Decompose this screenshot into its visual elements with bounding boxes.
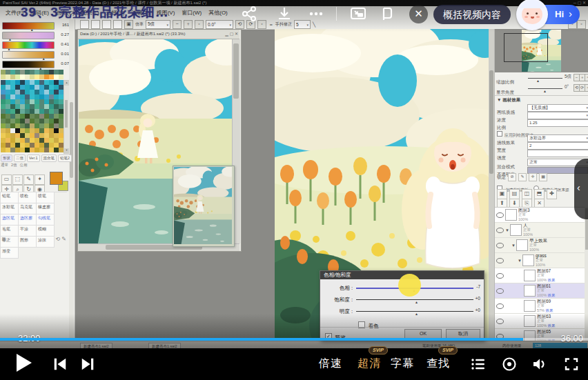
palette-cell[interactable]	[15, 90, 20, 94]
palette-cell[interactable]	[39, 138, 44, 143]
ok-button[interactable]: OK	[404, 329, 442, 339]
palette-cell[interactable]	[10, 148, 15, 152]
nav-zoom-reset-button[interactable]: ▫	[585, 74, 588, 81]
palette-cell[interactable]	[15, 85, 20, 90]
layer-list-scrollbar[interactable]	[585, 207, 588, 343]
sai-titlebar[interactable]: PaintTool SAI Ver.2 (64bit) Preview.2022…	[0, 0, 588, 6]
color-slider-row[interactable]: ▲0.41	[2, 41, 69, 50]
palette-cell[interactable]	[39, 94, 44, 99]
visibility-eye-icon[interactable]	[496, 273, 504, 279]
palette-cell[interactable]	[44, 143, 49, 148]
palette-cell[interactable]	[6, 133, 10, 138]
effect-dropdown[interactable]: 正常▾	[527, 159, 588, 166]
color-swatch[interactable]	[1, 74, 6, 79]
palette-cell[interactable]	[15, 128, 20, 133]
palette-cell[interactable]	[44, 114, 49, 119]
color-swatch[interactable]	[35, 74, 39, 79]
menu-item[interactable]: 滤镜(T)	[131, 9, 149, 17]
visibility-eye-icon[interactable]	[496, 288, 504, 294]
palette-cell[interactable]	[35, 104, 39, 109]
palette-cell[interactable]	[49, 109, 54, 114]
palette-cell[interactable]	[25, 114, 30, 119]
palette-cell[interactable]	[49, 123, 54, 128]
brush-item[interactable]: 选区笔	[1, 214, 19, 226]
rotate-reset-button[interactable]: ▫	[257, 20, 266, 29]
palette-cell[interactable]	[35, 80, 39, 85]
status-file-tab[interactable]: 新建画布1.sai2	[148, 343, 181, 350]
lock-icon[interactable]: ⊘	[508, 173, 516, 181]
palette-cell[interactable]	[25, 133, 30, 138]
palette-cell[interactable]	[30, 123, 35, 128]
navigator-viewport[interactable]	[504, 33, 548, 62]
palette-cell[interactable]	[10, 114, 15, 119]
brush-edit-icons[interactable]: ⟲ ✎	[55, 236, 66, 242]
lock-icon[interactable]: ✛	[529, 173, 537, 181]
palette-cell[interactable]	[30, 85, 35, 90]
palette-cell[interactable]	[54, 99, 59, 104]
palette-cell[interactable]	[39, 148, 44, 152]
effect-dropdown[interactable]: 【无质感】▾	[527, 104, 588, 112]
brush-tab[interactable]: 形状	[1, 154, 12, 162]
brush-tab[interactable]: 混合笔	[41, 154, 57, 162]
color-slider-bar[interactable]	[2, 61, 55, 68]
palette-cell[interactable]	[20, 143, 25, 148]
folder-arrow-icon[interactable]: ▼	[505, 228, 509, 232]
palette-cell[interactable]	[49, 148, 54, 152]
palette-cell[interactable]	[59, 104, 63, 109]
palette-cell[interactable]	[6, 99, 10, 104]
palette-cell[interactable]	[49, 104, 54, 109]
palette-cell[interactable]	[35, 114, 39, 119]
palette-cell[interactable]	[15, 148, 20, 152]
palette-cell[interactable]	[20, 104, 25, 109]
palette-cell[interactable]	[6, 114, 10, 119]
palette-cell[interactable]	[6, 94, 10, 99]
nav-rotate-reset-button[interactable]: ▫	[585, 84, 588, 92]
toolbar-swatch[interactable]	[91, 20, 100, 29]
color-swatch[interactable]	[25, 70, 30, 74]
doc-window-buttons[interactable]: ▁ ▢ ✕	[225, 30, 238, 39]
palette-cell[interactable]	[1, 128, 6, 133]
palette-cell[interactable]	[25, 128, 30, 133]
layer-row[interactable]: 图层61正常100% 效果	[495, 283, 588, 299]
brush-item[interactable]: 水彩笔	[1, 203, 19, 214]
effect-dropdown[interactable]: 水彩边界▾	[527, 134, 588, 142]
folder-arrow-icon[interactable]: ▼	[518, 259, 522, 263]
color-swatch[interactable]	[6, 70, 10, 74]
palette-cell[interactable]	[1, 94, 6, 99]
color-swatch[interactable]	[6, 74, 10, 79]
palette-cell[interactable]	[39, 114, 44, 119]
palette-cell[interactable]	[35, 133, 39, 138]
palette-cell[interactable]	[44, 99, 49, 104]
palette-cell[interactable]	[30, 128, 35, 133]
palette-cell[interactable]	[44, 104, 49, 109]
lock-icon[interactable]: ▦	[539, 173, 547, 181]
palette-cell[interactable]	[54, 148, 59, 152]
zoom-fit-icon[interactable]: ▣	[124, 20, 133, 29]
color-slider-row[interactable]: ▲161	[2, 22, 69, 30]
color-swatch[interactable]	[59, 74, 63, 79]
palette-cell[interactable]	[15, 114, 20, 119]
layer-thumbnail[interactable]	[516, 239, 528, 251]
color-swatch[interactable]	[10, 74, 15, 79]
palette-cell[interactable]	[30, 90, 35, 94]
layer-thumbnail[interactable]	[505, 209, 517, 221]
palette-cell[interactable]	[6, 143, 10, 148]
palette-cell[interactable]	[1, 85, 6, 90]
palette-cell[interactable]	[10, 85, 15, 90]
palette-cell[interactable]	[25, 85, 30, 90]
layer-thumbnail[interactable]	[524, 285, 536, 297]
palette-cell[interactable]	[15, 123, 20, 128]
layer-row[interactable]: 图层69正常57% 效果	[495, 299, 588, 314]
palette-cell[interactable]	[10, 128, 15, 133]
palette-cell[interactable]	[59, 128, 63, 133]
doc-tab[interactable]: Data (D:) / 2021年手绘 / 课... / 新建画布1.sai2 …	[78, 30, 239, 39]
layer-thumbnail[interactable]	[524, 270, 536, 281]
brush-item[interactable]: 橡皮擦	[37, 203, 55, 214]
palette-cell[interactable]	[15, 119, 20, 123]
menu-icon[interactable]: ≣	[1, 236, 6, 242]
palette-cell[interactable]	[59, 114, 63, 119]
palette-cell[interactable]	[54, 104, 59, 109]
palette-cell[interactable]	[59, 109, 63, 114]
menu-item[interactable]: 视图(V)	[157, 9, 175, 17]
palette-cell[interactable]	[59, 119, 63, 123]
